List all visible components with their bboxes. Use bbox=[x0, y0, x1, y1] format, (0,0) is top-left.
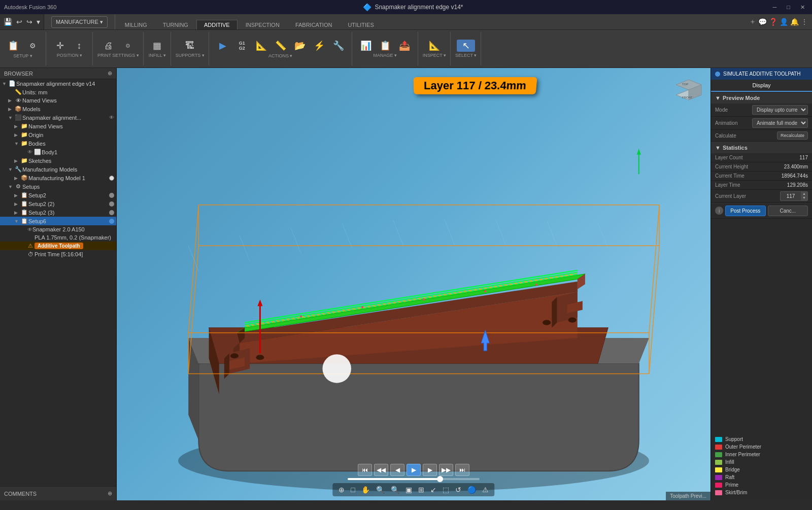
tree-item-setup2[interactable]: ▶ 📋 Setup2 bbox=[0, 191, 116, 199]
tree-item-named-views[interactable]: ▶ 👁 Named Views bbox=[0, 96, 116, 105]
minimize-button[interactable]: ─ bbox=[770, 3, 780, 12]
display-settings-icon[interactable]: ⬚ bbox=[441, 485, 451, 495]
tree-item-printer[interactable]: 👁 Snapmaker 2.0 A150 bbox=[0, 225, 116, 233]
notifications-icon[interactable]: 🔔 bbox=[790, 18, 799, 26]
close-button[interactable]: ✕ bbox=[797, 3, 808, 12]
select-button[interactable]: ↖ bbox=[457, 40, 475, 52]
go-start-button[interactable]: ⏮ bbox=[358, 464, 372, 476]
tree-item-root[interactable]: ▼ 📄 Snapmaker alignment edge v14 bbox=[0, 79, 116, 88]
svg-line-38 bbox=[445, 219, 455, 245]
tree-item-mfg-model-1[interactable]: ▶ 📦 Manufacturing Model 1 bbox=[0, 174, 116, 182]
tree-item-mfg-models[interactable]: ▼ 🔧 Manufacturing Models bbox=[0, 165, 116, 174]
step-back-far-button[interactable]: ◀◀ bbox=[374, 464, 388, 476]
action-flash-button[interactable]: ⚡ bbox=[310, 40, 328, 52]
layer-up-button[interactable]: ▲ bbox=[801, 192, 807, 196]
tree-item-setups[interactable]: ▼ ⚙ Setups bbox=[0, 182, 116, 191]
view-cube-icon[interactable]: ▣ bbox=[403, 485, 414, 495]
setup-button[interactable]: 📋 bbox=[4, 40, 22, 52]
legend-infill: Infill bbox=[715, 458, 808, 466]
manage-chart-button[interactable]: 📊 bbox=[357, 40, 375, 52]
print-settings-button[interactable]: 🖨 bbox=[99, 40, 118, 52]
more-tools-icon[interactable]: ⚠ bbox=[480, 485, 491, 495]
info-icon[interactable]: i bbox=[715, 207, 723, 215]
post-process-button[interactable]: Post Process bbox=[725, 206, 766, 216]
comments-settings-icon[interactable]: ⊕ bbox=[108, 490, 112, 497]
infill-button[interactable]: ▦ bbox=[148, 40, 166, 52]
tree-item-print-time[interactable]: ⏱ Print Time [5:16:04] bbox=[0, 250, 116, 258]
step-back-button[interactable]: ◀ bbox=[390, 464, 404, 476]
slider-thumb[interactable] bbox=[437, 476, 443, 482]
tree-item-setup2-3[interactable]: ▶ 📋 Setup2 (3) bbox=[0, 208, 116, 217]
statistics-header[interactable]: ▼ Statistics bbox=[711, 142, 812, 153]
action-simulate-button[interactable]: ▶ bbox=[214, 40, 232, 52]
grid-icon[interactable]: ⊞ bbox=[416, 485, 426, 495]
zoom-out-icon[interactable]: 🔍 bbox=[389, 485, 401, 495]
tab-turning[interactable]: TURNING bbox=[155, 20, 196, 29]
tree-item-named-views-2[interactable]: ▶ 📁 Named Views bbox=[0, 122, 116, 130]
orbit-icon[interactable]: ✋ bbox=[359, 485, 372, 495]
appearance-icon[interactable]: 🔵 bbox=[465, 485, 478, 495]
more-icon[interactable]: ⋮ bbox=[801, 18, 808, 26]
play-button[interactable]: ▶ bbox=[407, 464, 421, 476]
position-orient-button[interactable]: ↕ bbox=[70, 40, 88, 52]
tab-utilities[interactable]: UTILITIES bbox=[340, 20, 381, 29]
action-folder-button[interactable]: 📂 bbox=[291, 40, 309, 52]
reset-view-icon[interactable]: ↺ bbox=[453, 485, 463, 495]
quick-access-dropdown[interactable]: ▾ bbox=[35, 17, 42, 27]
tab-additive[interactable]: ADDITIVE bbox=[196, 20, 238, 29]
action-g1g2-button[interactable]: G1G2 bbox=[233, 39, 251, 52]
cancel-button[interactable]: Canc... bbox=[768, 206, 808, 216]
tab-inspection[interactable]: INSPECTION bbox=[238, 20, 287, 29]
manage-export-button[interactable]: 📤 bbox=[395, 40, 414, 52]
add-tab-button[interactable]: ＋ bbox=[749, 17, 756, 26]
home-view-icon[interactable]: ↙ bbox=[428, 485, 438, 495]
layer-down-button[interactable]: ▼ bbox=[801, 196, 807, 200]
tree-item-body1[interactable]: 👁 ⬜ Body1 bbox=[0, 148, 116, 156]
mode-select[interactable]: Display upto currer... bbox=[752, 105, 808, 115]
inspect-button[interactable]: 📐 bbox=[425, 40, 444, 52]
manage-doc-button[interactable]: 📋 bbox=[376, 40, 394, 52]
preview-mode-header[interactable]: ▼ Preview Mode bbox=[711, 92, 812, 104]
step-forward-far-button[interactable]: ▶▶ bbox=[439, 464, 453, 476]
print-options-button[interactable]: ⚙ bbox=[119, 41, 137, 51]
tree-item-origin[interactable]: ▶ 📁 Origin bbox=[0, 130, 116, 139]
maximize-button[interactable]: □ bbox=[784, 3, 793, 12]
chat-icon[interactable]: 💬 bbox=[758, 18, 767, 26]
playback-slider[interactable] bbox=[348, 478, 480, 480]
tree-item-setup6[interactable]: ▼ 📋 Setup6 bbox=[0, 217, 116, 225]
tree-item-bodies[interactable]: ▼ 📁 Bodies bbox=[0, 139, 116, 148]
undo-button[interactable]: ↩ bbox=[15, 17, 24, 27]
browser-settings-icon[interactable]: ⊕ bbox=[108, 70, 112, 77]
action-settings-button[interactable]: 🔧 bbox=[329, 40, 348, 52]
current-layer-input[interactable] bbox=[781, 193, 801, 199]
tab-milling[interactable]: MILLING bbox=[117, 20, 155, 29]
step-forward-button[interactable]: ▶ bbox=[423, 464, 437, 476]
tree-item-setup2-2[interactable]: ▶ 📋 Setup2 (2) bbox=[0, 199, 116, 208]
manufacture-button[interactable]: MANUFACTURE ▾ bbox=[51, 16, 108, 28]
fit-icon[interactable]: □ bbox=[349, 485, 357, 495]
animation-select[interactable]: Animate full model bbox=[752, 118, 808, 128]
save-button[interactable]: 💾 bbox=[2, 17, 14, 27]
action-preview-button[interactable]: 📐 bbox=[252, 40, 270, 52]
setup-options-button[interactable]: ⚙ bbox=[23, 41, 42, 51]
recalculate-button[interactable]: Recalculate bbox=[777, 131, 808, 140]
viewport[interactable]: Layer 117 / 23.4mm FRONT TOP bbox=[117, 68, 710, 500]
zoom-in-icon[interactable]: 🔍 bbox=[374, 485, 387, 495]
help-icon[interactable]: ❓ bbox=[769, 18, 777, 26]
tree-item-sketches[interactable]: ▶ 📁 Sketches bbox=[0, 156, 116, 165]
slider-track[interactable] bbox=[348, 478, 480, 480]
tree-item-models[interactable]: ▶ 📦 Models bbox=[0, 105, 116, 113]
tab-fabrication[interactable]: FABRICATION bbox=[288, 20, 340, 29]
supports-button[interactable]: 🏗 bbox=[181, 40, 199, 52]
user-icon[interactable]: 👤 bbox=[780, 18, 788, 26]
action-measure-button[interactable]: 📏 bbox=[272, 40, 290, 52]
pan-icon[interactable]: ⊕ bbox=[336, 485, 347, 495]
tree-item-pla[interactable]: PLA 1.75mm, 0.2 (Snapmaker) bbox=[0, 233, 116, 242]
tree-item-units[interactable]: 📏 Units: mm bbox=[0, 88, 116, 96]
tree-item-snapmaker[interactable]: ▼ ⬛ Snapmaker alignment... 👁 bbox=[0, 113, 116, 122]
redo-button[interactable]: ↪ bbox=[25, 17, 34, 27]
go-end-button[interactable]: ⏭ bbox=[455, 464, 469, 476]
tree-item-additive-toolpath[interactable]: ⚠ Additive Toolpath bbox=[0, 242, 116, 250]
tab-display[interactable]: Display bbox=[711, 80, 812, 92]
position-button[interactable]: ✛ bbox=[51, 40, 69, 52]
